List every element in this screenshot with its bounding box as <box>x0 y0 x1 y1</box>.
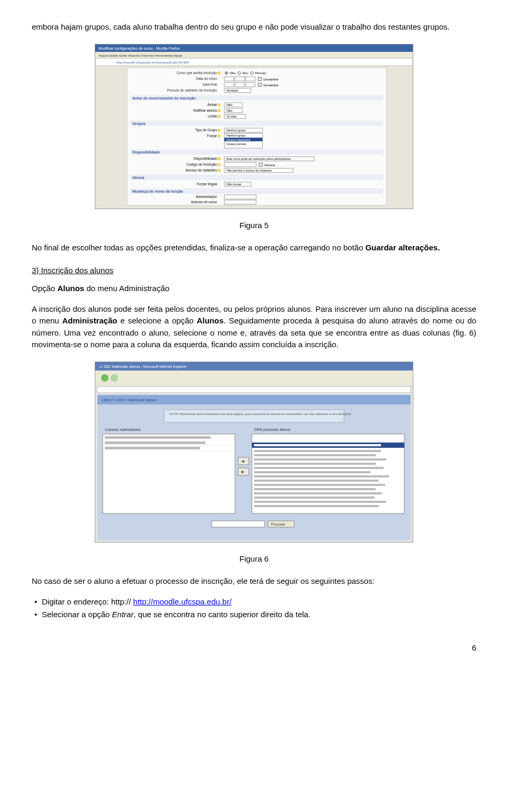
label-data-final: Data final <box>203 83 217 86</box>
svg-rect-100 <box>254 467 384 469</box>
svg-text:Forçar: Forçar <box>207 134 217 138</box>
svg-text:Este curso pode ser acessado p: Este curso pode ser acessado pelos parti… <box>226 157 291 160</box>
svg-text:Desabilitar: Desabilitar <box>264 84 278 87</box>
svg-rect-86 <box>105 436 211 439</box>
svg-point-11 <box>251 71 253 74</box>
svg-rect-19 <box>235 83 244 87</box>
search-button: Procurar <box>271 522 286 526</box>
svg-text:Não: Não <box>226 103 233 106</box>
link-moodle[interactable]: http://moodle.ufcspa.edu.br/ <box>133 597 232 606</box>
paragraph-intro: embora hajam grupos, cada aluno trabalha… <box>32 21 476 33</box>
section-title-aviso: Aviso de encerramento de inscrição <box>132 96 196 101</box>
svg-rect-99 <box>254 463 376 465</box>
svg-text:Grupos separados: Grupos separados <box>226 138 250 141</box>
svg-rect-57 <box>224 163 256 167</box>
svg-text:Limite: Limite <box>208 114 217 118</box>
svg-rect-95 <box>254 444 381 446</box>
svg-point-7 <box>226 72 227 73</box>
svg-text:Mostrar: Mostrar <box>265 164 275 167</box>
right-list-header: 2496 possíveis alunos <box>254 428 291 432</box>
svg-text:Ilimitado: Ilimitado <box>226 89 239 92</box>
bullet-2: • Selecionar a opção Entrar, que se enco… <box>34 609 476 621</box>
svg-text:Autores de curso: Autores de curso <box>191 200 217 204</box>
svg-point-5 <box>217 71 221 75</box>
svg-rect-102 <box>254 475 389 477</box>
section-title-disponibilidade: Disponibilidade <box>132 150 160 155</box>
left-list-header: 3 alunos matriculados <box>105 428 141 431</box>
svg-point-35 <box>217 115 221 118</box>
svg-rect-75 <box>95 371 413 385</box>
svg-rect-16 <box>258 77 261 80</box>
svg-rect-21 <box>258 83 261 86</box>
svg-text:Avisar: Avisar <box>207 103 217 106</box>
svg-point-76 <box>101 374 108 382</box>
svg-rect-105 <box>254 488 376 490</box>
svg-text:Nenhum grupo: Nenhum grupo <box>226 134 246 137</box>
paragraph-aluno-inscricao: No caso de ser o aluno a efetuar o proce… <box>32 575 476 588</box>
svg-point-40 <box>217 129 221 132</box>
paragraph-inscricao-alunos: A inscrição dos alunos pode ser feita pe… <box>32 303 476 351</box>
section-title-grupos: Grupos <box>132 122 146 126</box>
menu-bar: Arquivo Editar Exibir Histórico Favorito… <box>98 54 183 57</box>
svg-text:10 dias: 10 dias <box>226 115 237 118</box>
svg-point-27 <box>217 103 221 106</box>
svg-rect-97 <box>254 454 376 456</box>
svg-text:◄: ◄ <box>241 459 245 464</box>
svg-point-52 <box>217 157 221 160</box>
label-aceita-inscricao: Curso que aceita inscrição <box>176 71 217 75</box>
svg-text:Período: Período <box>255 71 267 75</box>
svg-rect-103 <box>254 480 378 482</box>
svg-point-56 <box>217 163 221 166</box>
svg-text:Disponibilidade: Disponibilidade <box>194 157 217 161</box>
svg-rect-38 <box>130 121 383 126</box>
svg-rect-20 <box>246 83 255 87</box>
svg-point-44 <box>217 134 221 138</box>
info-note: NOTA: Raramente será necessário usar est… <box>169 412 352 416</box>
svg-text:Notificar alunos: Notificar alunos <box>193 109 217 112</box>
svg-rect-104 <box>254 484 385 486</box>
svg-point-31 <box>217 109 221 112</box>
svg-text:Tipo de Grupo: Tipo de Grupo <box>195 128 217 132</box>
section-title-mudanca-nome: Mudança de nome da função <box>132 190 183 194</box>
svg-rect-70 <box>224 195 256 199</box>
figure-5: Modificar configurações de curso - Mozil… <box>95 44 413 209</box>
svg-text:Desabilitar: Desabilitar <box>264 78 278 81</box>
svg-text:Nenhum grupo: Nenhum grupo <box>226 129 246 132</box>
svg-rect-18 <box>224 83 234 87</box>
svg-point-61 <box>217 169 221 172</box>
window-title: Modificar configurações de curso - Mozil… <box>98 47 180 51</box>
svg-text:Grupos visíveis: Grupos visíveis <box>226 142 247 146</box>
svg-text:Não forçar: Não forçar <box>226 183 241 186</box>
svg-rect-98 <box>254 458 386 461</box>
svg-rect-88 <box>105 447 200 449</box>
svg-text:Não permite o acesso de visita: Não permite o acesso de visitantes <box>226 169 272 172</box>
section-3-subheading: Opção Alunos do menu Administração <box>32 283 476 295</box>
svg-text:Não: Não <box>226 109 233 112</box>
section-3-heading: 3) Inscrição dos alunos <box>32 265 476 277</box>
svg-rect-101 <box>254 471 370 473</box>
svg-text:Não: Não <box>230 71 236 75</box>
breadcrumb: LBSA » LI103 » Matricular alunos <box>102 398 157 402</box>
bullet-list: • Digitar o endereço: http:// http://moo… <box>32 596 476 621</box>
figure-5-caption: Figura 5 <box>32 220 476 232</box>
bullet-1: • Digitar o endereço: http:// http://moo… <box>34 596 476 608</box>
svg-text:Acesso de visitantes: Acesso de visitantes <box>186 168 217 172</box>
paragraph-guardar: No final de escolher todas as opções pre… <box>32 242 476 254</box>
svg-rect-106 <box>254 492 382 494</box>
svg-rect-13 <box>224 77 234 81</box>
section-title-idioma: Idioma <box>132 176 144 179</box>
address-url: http://moodle.ufcspa.edu.br/course/edit.… <box>116 61 189 64</box>
svg-text:►: ► <box>241 470 245 474</box>
svg-rect-87 <box>105 441 205 444</box>
svg-rect-109 <box>254 505 379 507</box>
page-number: 6 <box>32 642 476 654</box>
svg-rect-50 <box>130 149 383 155</box>
figure-6: LI 303: Matricular alunos - Microsoft In… <box>95 362 413 543</box>
svg-rect-64 <box>130 175 383 180</box>
svg-rect-14 <box>235 77 244 81</box>
window-title: LI 303: Matricular alunos - Microsoft In… <box>99 365 187 369</box>
svg-rect-107 <box>254 497 375 499</box>
svg-text:Sim: Sim <box>242 71 248 75</box>
svg-rect-81 <box>164 410 344 422</box>
svg-rect-108 <box>254 501 386 503</box>
